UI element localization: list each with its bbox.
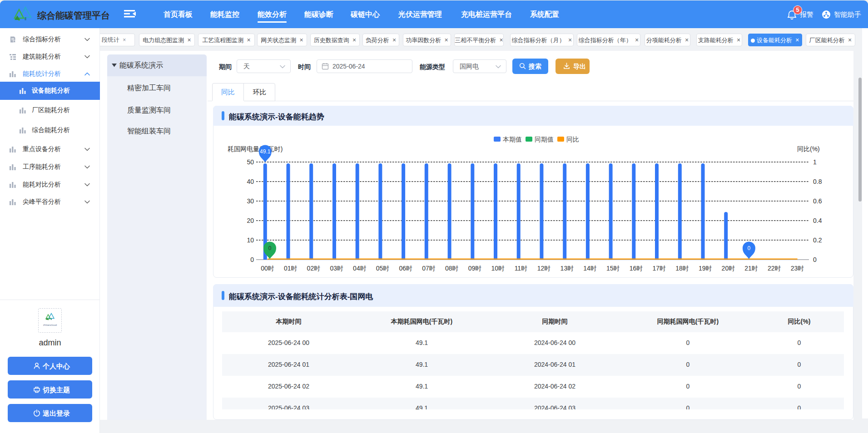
svg-text:04时: 04时 [353,265,367,272]
svg-text:0.4: 0.4 [813,217,822,224]
svg-text:22时: 22时 [768,265,781,272]
svg-text:16时: 16时 [630,265,643,272]
svg-text:0: 0 [250,256,254,263]
svg-text:10时: 10时 [491,265,505,272]
svg-text:0.8: 0.8 [813,178,822,185]
svg-text:40: 40 [247,178,254,185]
svg-text:49.1: 49.1 [260,148,271,155]
svg-text:13时: 13时 [560,265,574,272]
svg-text:0: 0 [813,256,817,263]
svg-text:14时: 14时 [583,265,597,272]
svg-text:15时: 15时 [606,265,620,272]
svg-text:50: 50 [247,158,254,166]
svg-text:03时: 03时 [330,265,343,272]
svg-text:18时: 18时 [675,265,689,272]
svg-text:06时: 06时 [399,265,413,272]
svg-text:20时: 20时 [722,265,735,272]
svg-text:23时: 23时 [791,265,804,272]
svg-text:同比(%): 同比(%) [797,145,820,153]
svg-text:10: 10 [247,236,254,244]
svg-text:00时: 00时 [261,265,274,272]
svg-text:12时: 12时 [537,265,551,272]
svg-text:11时: 11时 [515,265,528,272]
svg-text:05时: 05时 [376,265,390,272]
svg-text:0.6: 0.6 [813,197,822,205]
svg-text:19时: 19时 [699,265,712,272]
svg-text:07时: 07时 [422,265,436,272]
svg-text:01时: 01时 [284,265,298,272]
svg-text:1: 1 [813,158,817,166]
svg-text:0: 0 [268,245,272,251]
svg-text:02时: 02时 [307,265,321,272]
svg-text:同期值: 同期值 [535,136,554,143]
svg-text:09时: 09时 [468,265,482,272]
svg-text:21时: 21时 [744,265,758,272]
svg-text:17时: 17时 [652,265,666,272]
svg-text:30: 30 [247,197,254,205]
svg-text:本期值: 本期值 [502,136,522,143]
svg-text:08时: 08时 [445,265,459,272]
svg-text:同比: 同比 [566,136,579,143]
svg-text:耗国网电量(千瓦时): 耗国网电量(千瓦时) [228,145,283,153]
svg-text:0.2: 0.2 [813,236,822,244]
svg-text:0: 0 [748,245,751,251]
svg-text:20: 20 [247,217,254,224]
